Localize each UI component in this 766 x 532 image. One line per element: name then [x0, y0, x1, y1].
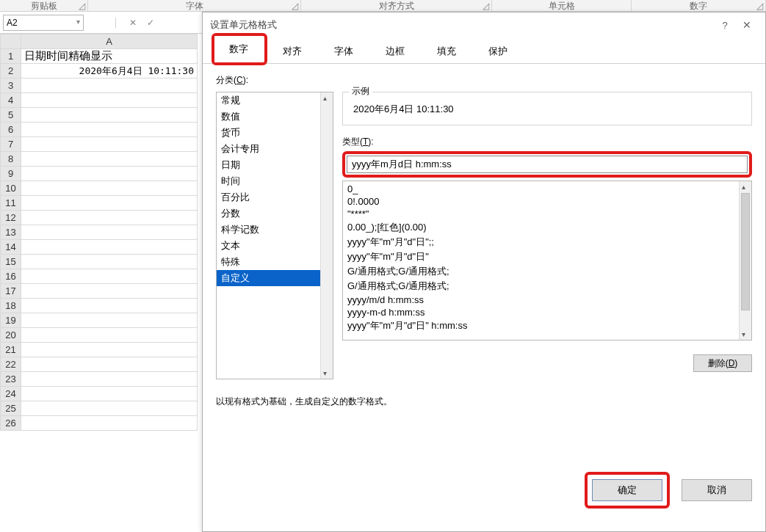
format-item[interactable]: yyyy-m-d h:mm:ss [343, 306, 739, 318]
cell[interactable] [21, 269, 198, 284]
row-header[interactable]: 20 [1, 328, 21, 343]
cell[interactable] [21, 225, 198, 240]
row-header[interactable]: 19 [1, 313, 21, 328]
row-header[interactable]: 17 [1, 284, 21, 299]
category-item[interactable]: 自定义 [217, 270, 320, 286]
cell[interactable] [21, 108, 198, 123]
row-header[interactable]: 25 [1, 401, 21, 416]
row-header[interactable]: 8 [1, 152, 21, 167]
cell[interactable]: 2020年6月4日 10:11:30 [21, 64, 198, 79]
row-header[interactable]: 9 [1, 167, 21, 181]
name-box[interactable]: A2 ▾ [3, 15, 84, 31]
tab-alignment[interactable]: 对齐 [267, 38, 317, 64]
format-item[interactable]: 0_ [343, 183, 739, 195]
cell[interactable]: 日期时间精确显示 [21, 49, 198, 64]
row-header[interactable]: 2 [1, 64, 21, 79]
type-input[interactable] [347, 156, 748, 173]
category-item[interactable]: 常规 [217, 92, 320, 109]
format-code-listbox[interactable]: 0_0!.0000"****"0.00_);[红色](0.00)yyyy"年"m… [342, 181, 752, 340]
category-item[interactable]: 数值 [217, 109, 320, 125]
row-header[interactable]: 5 [1, 108, 21, 123]
category-item[interactable]: 货币 [217, 125, 320, 141]
row-header[interactable]: 21 [1, 343, 21, 357]
tab-font[interactable]: 字体 [319, 38, 369, 64]
row-header[interactable]: 15 [1, 255, 21, 269]
tab-number[interactable]: 数字 [214, 36, 263, 62]
format-item[interactable]: G/通用格式;G/通用格式; [343, 279, 739, 294]
cell[interactable] [21, 328, 198, 343]
dialog-launcher-icon[interactable]: ◿ [77, 1, 86, 10]
format-item[interactable]: 0.00_);[红色](0.00) [343, 220, 739, 235]
cell[interactable] [21, 167, 198, 181]
cell[interactable] [21, 313, 198, 328]
category-item[interactable]: 分数 [217, 205, 320, 222]
dialog-titlebar[interactable]: 设置单元格格式 ? ✕ [203, 12, 765, 37]
tab-fill[interactable]: 填充 [422, 38, 471, 64]
dialog-launcher-icon[interactable]: ◿ [481, 1, 490, 10]
row-header[interactable]: 4 [1, 93, 21, 108]
row-header[interactable]: 3 [1, 79, 21, 93]
row-header[interactable]: 12 [1, 211, 21, 225]
cell[interactable] [21, 181, 198, 196]
category-item[interactable]: 会计专用 [217, 141, 320, 157]
cell[interactable] [21, 401, 198, 416]
chevron-down-icon[interactable]: ▾ [76, 18, 80, 26]
row-header[interactable]: 23 [1, 372, 21, 387]
dialog-launcher-icon[interactable]: ◿ [290, 1, 299, 10]
cell[interactable] [21, 79, 198, 93]
help-icon[interactable]: ? [714, 20, 736, 31]
ok-button[interactable]: 确定 [592, 479, 662, 501]
worksheet-grid[interactable]: A 1日期时间精确显示22020年6月4日 10:11:303456789101… [0, 34, 202, 532]
select-all-corner[interactable] [1, 34, 21, 49]
cell[interactable] [21, 299, 198, 313]
cell[interactable] [21, 152, 198, 167]
category-item[interactable]: 日期 [217, 157, 320, 173]
category-item[interactable]: 科学记数 [217, 222, 320, 238]
format-item[interactable]: "****" [343, 208, 739, 220]
scrollbar-thumb[interactable] [741, 193, 750, 310]
row-header[interactable]: 16 [1, 269, 21, 284]
cancel-icon[interactable]: ✕ [129, 18, 137, 28]
category-item[interactable]: 百分比 [217, 189, 320, 205]
cell[interactable] [21, 137, 198, 152]
cell[interactable] [21, 211, 198, 225]
scrollbar[interactable] [739, 181, 751, 340]
delete-button[interactable]: 删除(D) [693, 354, 752, 372]
format-item[interactable]: yyyy"年"m"月"d"日" h:mm:ss [343, 318, 739, 333]
cell[interactable] [21, 387, 198, 401]
category-item[interactable]: 文本 [217, 238, 320, 254]
tab-border[interactable]: 边框 [370, 38, 420, 64]
cell[interactable] [21, 123, 198, 137]
format-item[interactable]: yyyy/m/d h:mm:ss [343, 294, 739, 306]
row-header[interactable]: 26 [1, 416, 21, 431]
cell[interactable] [21, 343, 198, 357]
format-item[interactable]: 0!.0000 [343, 195, 739, 208]
row-header[interactable]: 24 [1, 387, 21, 401]
format-item[interactable]: G/通用格式;G/通用格式; [343, 264, 739, 279]
cell[interactable] [21, 416, 198, 431]
cell[interactable] [21, 284, 198, 299]
cell[interactable] [21, 93, 198, 108]
dialog-launcher-icon[interactable]: ◿ [755, 1, 764, 10]
row-header[interactable]: 1 [1, 49, 21, 64]
row-header[interactable]: 13 [1, 225, 21, 240]
cell[interactable] [21, 372, 198, 387]
row-header[interactable]: 22 [1, 357, 21, 372]
row-header[interactable]: 7 [1, 137, 21, 152]
close-icon[interactable]: ✕ [736, 19, 758, 31]
format-item[interactable]: yyyy"年"m"月"d"日" [343, 249, 739, 264]
scrollbar[interactable] [320, 92, 333, 379]
row-header[interactable]: 14 [1, 240, 21, 255]
row-header[interactable]: 10 [1, 181, 21, 196]
column-header-A[interactable]: A [21, 34, 198, 49]
cell[interactable] [21, 357, 198, 372]
cell[interactable] [21, 240, 198, 255]
enter-icon[interactable]: ✓ [147, 18, 154, 28]
cell[interactable] [21, 196, 198, 211]
cell[interactable] [21, 255, 198, 269]
category-item[interactable]: 时间 [217, 173, 320, 189]
row-header[interactable]: 6 [1, 123, 21, 137]
row-header[interactable]: 18 [1, 299, 21, 313]
row-header[interactable]: 11 [1, 196, 21, 211]
format-item[interactable]: yyyy"年"m"月"d"日";; [343, 235, 739, 249]
